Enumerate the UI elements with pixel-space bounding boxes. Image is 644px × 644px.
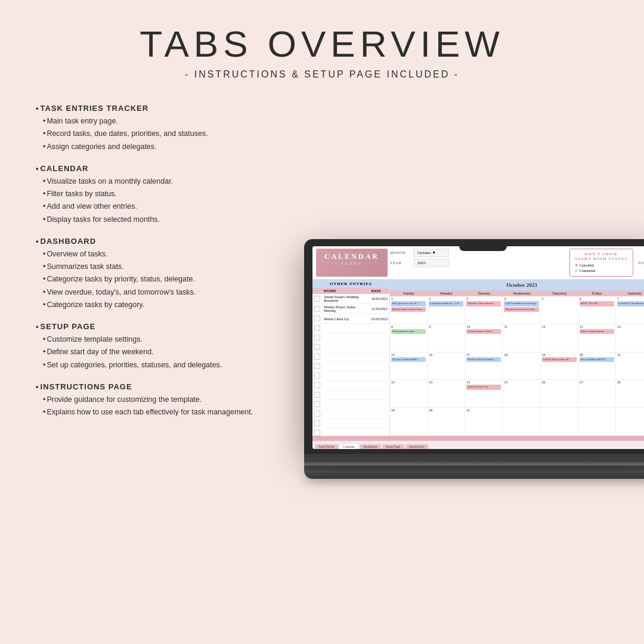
subtitle: - INSTRUCTIONS & SETUP PAGE INCLUDED - bbox=[140, 69, 504, 80]
entries-panel: OTHER ENTRIES ENTRY DATE bbox=[312, 280, 390, 436]
cal-event: Set up a comfortable... bbox=[391, 357, 426, 363]
entry-checkbox[interactable] bbox=[314, 401, 320, 407]
cal-week-3: 15Set up a comfortable... 16 17Weekly Pr… bbox=[390, 352, 644, 380]
entry-checkbox[interactable] bbox=[314, 430, 320, 436]
cal-event: Return unread book and may be to... bbox=[504, 307, 538, 312]
cal-event: Complete math ass - Chapter 3 bbox=[429, 301, 463, 306]
entry-checkbox[interactable] bbox=[314, 325, 320, 331]
right-panel: CALENDAR · TASKS · MONTH October ▼ bbox=[304, 98, 644, 632]
entry-checkbox[interactable] bbox=[314, 382, 320, 388]
cal-cell: 10Attend Susan's Wed... bbox=[465, 324, 503, 352]
bottom-accent-bar bbox=[312, 436, 644, 441]
entry-row bbox=[312, 419, 389, 429]
cal-cell: 12 bbox=[541, 324, 578, 352]
cal-event: Buy groceries for th... bbox=[391, 301, 426, 306]
cancel-icon: ✕ bbox=[575, 263, 578, 267]
cal-cell: 28 bbox=[616, 380, 644, 407]
cal-cell: 14 bbox=[616, 324, 644, 352]
cal-cell bbox=[616, 408, 644, 435]
feature-bullets-instructions: Provide guidance for customizing the tem… bbox=[36, 394, 286, 419]
tab-calendar[interactable]: Calendar bbox=[339, 444, 358, 449]
feature-title-calendar: CALENDAR bbox=[36, 164, 286, 173]
bullet-item: Explains how to use each tab effectively… bbox=[43, 406, 286, 419]
entry-checkbox[interactable] bbox=[314, 344, 320, 350]
feature-group-task-entries: TASK ENTRIES TRACKER Main task entry pag… bbox=[36, 104, 286, 153]
calendar-preview: CALENDAR · TASKS · MONTH October ▼ bbox=[312, 246, 644, 449]
cal-subtitle: · TASKS · bbox=[324, 261, 379, 266]
cal-event: Pay monthly and all... bbox=[580, 357, 614, 363]
laptop-mockup: CALENDAR · TASKS · MONTH October ▼ bbox=[304, 239, 644, 479]
entry-checkbox[interactable] bbox=[314, 373, 320, 379]
cal-status-box: DON'T SHOWTASKS WITH STATUS ✕ Cancelled … bbox=[569, 249, 633, 277]
bullet-item: Categorize tasks by category. bbox=[43, 299, 286, 311]
feature-group-dashboard: DASHBOARD Overview of tasks. Summarizes … bbox=[36, 237, 286, 311]
entry-checkbox[interactable] bbox=[314, 296, 320, 302]
entry-checkbox[interactable] bbox=[314, 420, 320, 426]
year-label: YEAR bbox=[390, 261, 411, 265]
page-wrapper: TABS OVERVIEW - INSTRUCTIONS & SETUP PAG… bbox=[0, 0, 644, 644]
header-section: TABS OVERVIEW - INSTRUCTIONS & SETUP PAG… bbox=[140, 24, 504, 80]
day-header-sat: Saturday bbox=[616, 290, 644, 296]
cal-event: Dental Check Up bbox=[466, 385, 501, 390]
entry-name: Attend Susan's Wedding Reception bbox=[322, 294, 370, 304]
tab-task-entries[interactable]: Task Entries bbox=[315, 444, 338, 449]
entry-date: 25/10/2023 bbox=[370, 314, 389, 324]
cal-cell: 30 bbox=[428, 408, 465, 435]
main-title: TABS OVERVIEW bbox=[140, 24, 504, 64]
day-header-mon: Monday bbox=[428, 290, 465, 296]
cal-body: OTHER ENTRIES ENTRY DATE bbox=[312, 280, 644, 436]
entry-date: 11/10/2023 bbox=[370, 304, 389, 314]
laptop-base bbox=[304, 454, 644, 466]
entry-checkbox[interactable] bbox=[314, 411, 320, 417]
entry-checkbox[interactable] bbox=[314, 335, 320, 340]
cal-week-5: 29 30 31 bbox=[390, 408, 644, 436]
tab-instructions[interactable]: Instructions bbox=[405, 444, 428, 449]
cal-week-2: 8Path planned tasks 9 10Attend Susan's W… bbox=[390, 324, 644, 352]
entry-checkbox[interactable] bbox=[314, 392, 320, 398]
entry-row bbox=[312, 410, 389, 419]
entry-checkbox[interactable] bbox=[314, 363, 320, 369]
laptop-notch bbox=[459, 239, 507, 251]
laptop-screen: CALENDAR · TASKS · MONTH October ▼ bbox=[312, 246, 644, 449]
feature-title-dashboard: DASHBOARD bbox=[36, 237, 286, 246]
entry-name: Weekly Project Status Meeting bbox=[322, 304, 370, 314]
entry-row bbox=[312, 352, 389, 362]
entry-checkbox[interactable] bbox=[314, 306, 320, 312]
entry-checkbox[interactable] bbox=[314, 354, 320, 360]
month-input[interactable]: October ▼ bbox=[413, 249, 449, 257]
tab-setup[interactable]: Setup Page bbox=[382, 444, 404, 449]
year-input[interactable]: 2023 bbox=[413, 259, 449, 267]
cal-cell: 5 bbox=[541, 296, 578, 324]
cal-cell: 24Dental Check Up bbox=[465, 380, 503, 407]
entry-row bbox=[312, 343, 389, 352]
cal-top-bar: CALENDAR · TASKS · MONTH October ▼ bbox=[312, 246, 644, 280]
cal-cell: 6Read "The Mi... bbox=[578, 296, 616, 324]
cal-week-1: 1Buy groceries for th...Return unused po… bbox=[390, 296, 644, 324]
entry-row: Attend Susan's Wedding Reception 14/10/2… bbox=[312, 294, 389, 304]
entry-checkbox[interactable] bbox=[314, 315, 320, 321]
month-label: MONTH bbox=[390, 250, 411, 255]
entry-row bbox=[312, 400, 389, 410]
day-header-thu: Thursday bbox=[541, 290, 578, 296]
cal-event: Complete 30 minutes of... bbox=[617, 301, 644, 306]
cal-event: Call Grandma to catch up bbox=[504, 301, 538, 306]
cal-week-4: 22 23 24Dental Check Up 25 26 27 28 bbox=[390, 380, 644, 408]
feature-bullets-task-entries: Main task entry page. Record tasks, due … bbox=[36, 115, 286, 153]
cal-title: CALENDAR bbox=[324, 252, 379, 261]
check-icon: ✓ bbox=[575, 268, 578, 273]
entry-date: 14/10/2023 bbox=[370, 294, 389, 304]
bullet-item: Add and view other entries. bbox=[43, 200, 286, 213]
bullet-item: Visualize tasks on a monthly calendar. bbox=[43, 175, 286, 188]
cal-cell: 11 bbox=[503, 324, 540, 352]
tab-dashboard[interactable]: Dashboard bbox=[360, 444, 381, 449]
complete-label: Completed bbox=[580, 269, 595, 273]
bullet-item: View overdue, today's, and tomorrow's ta… bbox=[43, 286, 286, 299]
day-header-tue: Tuesday bbox=[465, 290, 503, 296]
bullet-item: Display tasks for selected months. bbox=[43, 213, 286, 226]
bullet-item: Overview of tasks. bbox=[43, 248, 286, 261]
laptop-foot bbox=[304, 470, 644, 479]
feature-bullets-dashboard: Overview of tasks. Summarizes task stats… bbox=[36, 248, 286, 311]
cal-cell: 13Plan a family picnic bbox=[578, 324, 616, 352]
cal-cell: 2Complete math ass - Chapter 3 bbox=[428, 296, 465, 324]
cal-cell: 23 bbox=[428, 380, 465, 407]
